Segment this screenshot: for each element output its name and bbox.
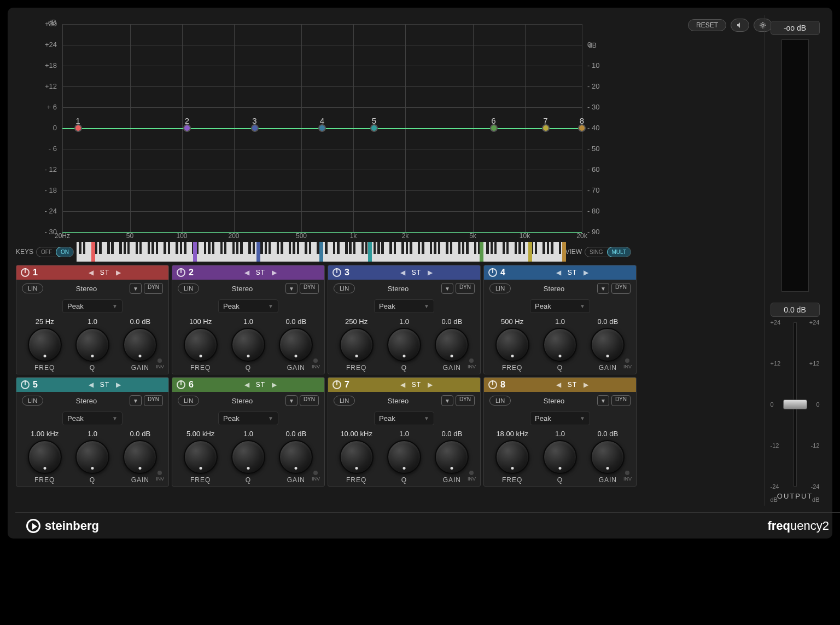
lin-button[interactable]: LIN bbox=[178, 283, 199, 293]
filter-type-select[interactable]: Peak▼ bbox=[374, 299, 434, 313]
power-icon[interactable] bbox=[177, 268, 185, 277]
freq-knob[interactable] bbox=[495, 440, 529, 474]
filter-type-select[interactable]: Peak▼ bbox=[218, 299, 278, 313]
freq-knob[interactable] bbox=[340, 328, 374, 362]
freq-knob[interactable] bbox=[28, 440, 62, 474]
dropdown-button[interactable]: ▼ bbox=[441, 395, 453, 406]
dyn-button[interactable]: DYN bbox=[300, 283, 319, 294]
gain-knob[interactable] bbox=[591, 440, 625, 474]
inv-toggle[interactable]: INV bbox=[623, 358, 632, 369]
prev-arrow-icon[interactable]: ◀ bbox=[397, 269, 409, 276]
q-knob[interactable] bbox=[75, 440, 109, 474]
gain-knob[interactable] bbox=[123, 328, 157, 362]
next-arrow-icon[interactable]: ▶ bbox=[269, 269, 280, 276]
lin-button[interactable]: LIN bbox=[22, 283, 43, 293]
gain-knob[interactable] bbox=[279, 328, 313, 362]
dyn-button[interactable]: DYN bbox=[300, 395, 319, 406]
dropdown-button[interactable]: ▼ bbox=[441, 283, 453, 294]
inv-toggle[interactable]: INV bbox=[468, 358, 476, 369]
eq-node-1[interactable] bbox=[74, 124, 82, 132]
output-slider-thumb[interactable] bbox=[783, 400, 807, 409]
q-knob[interactable] bbox=[387, 440, 421, 474]
gain-knob[interactable] bbox=[279, 440, 313, 474]
eq-graph[interactable]: +30+24+18+12+ 60- 6- 12- 18- 24- 300- 10… bbox=[62, 24, 582, 232]
dropdown-button[interactable]: ▼ bbox=[285, 395, 298, 406]
next-arrow-icon[interactable]: ▶ bbox=[113, 381, 124, 389]
prev-arrow-icon[interactable]: ◀ bbox=[241, 381, 253, 389]
inv-toggle[interactable]: INV bbox=[312, 471, 320, 482]
next-arrow-icon[interactable]: ▶ bbox=[269, 381, 280, 389]
inv-toggle[interactable]: INV bbox=[156, 471, 164, 482]
prev-arrow-icon[interactable]: ◀ bbox=[553, 269, 564, 276]
next-arrow-icon[interactable]: ▶ bbox=[580, 381, 592, 389]
power-icon[interactable] bbox=[21, 268, 30, 277]
filter-type-select[interactable]: Peak▼ bbox=[62, 299, 122, 313]
q-knob[interactable] bbox=[231, 440, 265, 474]
power-icon[interactable] bbox=[332, 380, 341, 389]
keys-on[interactable]: ON bbox=[56, 247, 74, 257]
power-icon[interactable] bbox=[332, 268, 341, 277]
eq-node-5[interactable] bbox=[370, 124, 378, 132]
freq-knob[interactable] bbox=[340, 440, 374, 474]
eq-node-4[interactable] bbox=[318, 124, 326, 132]
lin-button[interactable]: LIN bbox=[178, 396, 199, 406]
next-arrow-icon[interactable]: ▶ bbox=[580, 269, 592, 276]
keys-off[interactable]: OFF bbox=[37, 247, 56, 257]
dropdown-button[interactable]: ▼ bbox=[130, 283, 142, 294]
q-knob[interactable] bbox=[75, 328, 109, 362]
dropdown-button[interactable]: ▼ bbox=[130, 395, 142, 406]
gain-knob[interactable] bbox=[435, 440, 469, 474]
eq-node-8[interactable] bbox=[578, 124, 586, 132]
power-icon[interactable] bbox=[177, 380, 185, 389]
eq-node-3[interactable] bbox=[251, 124, 259, 132]
dropdown-button[interactable]: ▼ bbox=[597, 395, 609, 406]
inv-toggle[interactable]: INV bbox=[312, 358, 320, 369]
piano-keyboard[interactable] bbox=[77, 242, 562, 262]
dropdown-button[interactable]: ▼ bbox=[285, 283, 298, 294]
lin-button[interactable]: LIN bbox=[22, 396, 43, 406]
dyn-button[interactable]: DYN bbox=[144, 395, 163, 406]
dyn-button[interactable]: DYN bbox=[456, 395, 475, 406]
view-toggle[interactable]: SING MULT bbox=[585, 247, 631, 257]
dyn-button[interactable]: DYN bbox=[611, 395, 631, 406]
freq-knob[interactable] bbox=[184, 440, 218, 474]
lin-button[interactable]: LIN bbox=[489, 283, 511, 293]
next-arrow-icon[interactable]: ▶ bbox=[113, 269, 124, 276]
inv-toggle[interactable]: INV bbox=[623, 471, 632, 482]
lin-button[interactable]: LIN bbox=[334, 396, 355, 406]
eq-node-6[interactable] bbox=[490, 124, 498, 132]
power-icon[interactable] bbox=[488, 268, 497, 277]
filter-type-select[interactable]: Peak▼ bbox=[62, 412, 122, 425]
prev-arrow-icon[interactable]: ◀ bbox=[553, 381, 564, 389]
gain-knob[interactable] bbox=[435, 328, 469, 362]
view-sing[interactable]: SING bbox=[585, 247, 607, 257]
lin-button[interactable]: LIN bbox=[334, 283, 355, 293]
gain-knob[interactable] bbox=[123, 440, 157, 474]
lin-button[interactable]: LIN bbox=[489, 396, 511, 406]
dyn-button[interactable]: DYN bbox=[611, 283, 631, 294]
filter-type-select[interactable]: Peak▼ bbox=[218, 412, 278, 425]
eq-node-7[interactable] bbox=[542, 124, 550, 132]
next-arrow-icon[interactable]: ▶ bbox=[424, 269, 436, 276]
next-arrow-icon[interactable]: ▶ bbox=[424, 381, 436, 389]
reset-button[interactable]: RESET bbox=[688, 19, 726, 31]
freq-knob[interactable] bbox=[184, 328, 218, 362]
gain-knob[interactable] bbox=[591, 328, 625, 362]
view-mult[interactable]: MULT bbox=[607, 247, 631, 257]
power-icon[interactable] bbox=[21, 380, 30, 389]
q-knob[interactable] bbox=[387, 328, 421, 362]
prev-arrow-icon[interactable]: ◀ bbox=[397, 381, 409, 389]
filter-type-select[interactable]: Peak▼ bbox=[374, 412, 434, 425]
power-icon[interactable] bbox=[488, 380, 497, 389]
filter-type-select[interactable]: Peak▼ bbox=[530, 299, 590, 313]
q-knob[interactable] bbox=[543, 328, 577, 362]
eq-node-2[interactable] bbox=[183, 124, 191, 132]
prev-arrow-icon[interactable]: ◀ bbox=[85, 381, 97, 389]
listen-button[interactable] bbox=[731, 19, 749, 32]
dyn-button[interactable]: DYN bbox=[456, 283, 475, 294]
q-knob[interactable] bbox=[543, 440, 577, 474]
dropdown-button[interactable]: ▼ bbox=[597, 283, 609, 294]
filter-type-select[interactable]: Peak▼ bbox=[530, 412, 590, 425]
freq-knob[interactable] bbox=[495, 328, 529, 362]
freq-knob[interactable] bbox=[28, 328, 62, 362]
